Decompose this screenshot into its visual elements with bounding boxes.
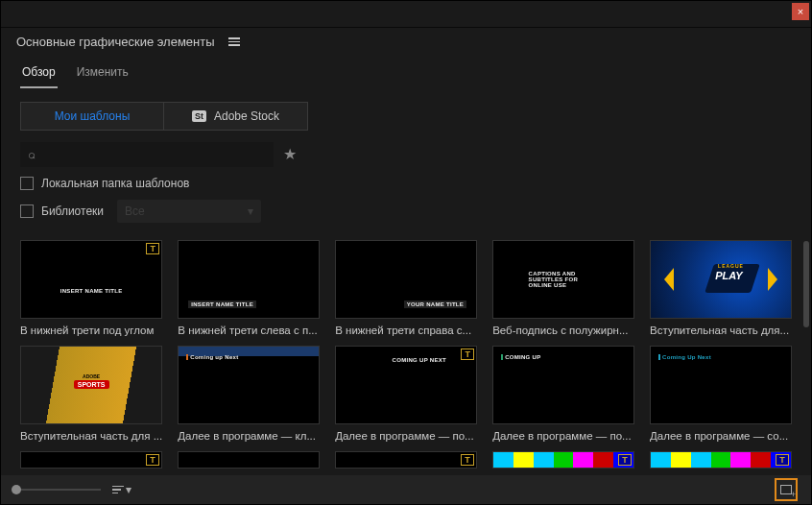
thumbnail: Coming up Next: [178, 346, 320, 424]
mogrt-badge-icon: T: [461, 349, 474, 360]
thumb-text: CAPTIONS AND SUBTITLES FOR ONLINE USE: [529, 271, 599, 288]
tabs: Обзор Изменить: [1, 56, 811, 88]
template-item[interactable]: T: [20, 451, 162, 469]
thumbnail: YOUR NAME TITLE: [335, 240, 477, 319]
panel-title: Основные графические элементы: [16, 35, 215, 49]
zoom-slider[interactable]: [14, 489, 101, 491]
thumb-text: COMING UP NEXT: [393, 357, 446, 363]
scrollbar[interactable]: [803, 241, 809, 327]
source-my-templates[interactable]: Мои шаблоны: [20, 102, 164, 131]
mogrt-badge-icon: T: [776, 454, 789, 466]
thumb-text: Coming up Next: [186, 354, 240, 360]
close-button[interactable]: ×: [792, 3, 809, 20]
thumb-text: COMING UP: [501, 354, 542, 360]
thumbnail: T INSERT NAME TITLE: [20, 240, 162, 319]
favorite-filter-icon[interactable]: ★: [283, 145, 297, 163]
template-item[interactable]: YOUR NAME TITLE В нижней трети справа с.…: [335, 240, 477, 336]
tab-edit[interactable]: Изменить: [75, 61, 131, 88]
template-item[interactable]: INSERT NAME TITLE В нижней трети слева с…: [178, 240, 320, 336]
thumb-text: YOUR NAME TITLE: [404, 301, 467, 308]
thumb-graphic: LEAGUE PLAY: [651, 241, 791, 318]
thumbnail: COMING UP: [492, 346, 634, 424]
checkbox-local-label: Локальная папка шаблонов: [41, 177, 189, 190]
template-item[interactable]: T INSERT NAME TITLE В нижней трети под у…: [20, 240, 162, 336]
source-stock-label: Adobe Stock: [214, 109, 279, 123]
titlebar: ×: [1, 1, 811, 28]
template-item[interactable]: Coming Up Next Далее в программе — со...: [650, 346, 792, 442]
template-caption: В нижней трети слева с п...: [178, 325, 320, 336]
chevron-down-icon: ▾: [248, 204, 253, 218]
template-caption: В нижней трети справа с...: [335, 325, 477, 336]
template-caption: В нижней трети под углом: [20, 325, 162, 336]
mogrt-badge-icon: T: [146, 243, 159, 254]
template-item[interactable]: T: [335, 451, 477, 469]
panel-header: Основные графические элементы: [1, 28, 811, 56]
sort-icon: [112, 486, 124, 494]
source-row: Мои шаблоны St Adobe Stock: [1, 88, 811, 131]
thumb-graphic: ADOBE SPORTS: [21, 347, 161, 423]
template-caption: Вступительная часть для...: [650, 325, 792, 336]
new-item-icon: [780, 485, 792, 494]
filter-local-row: Локальная папка шаблонов: [1, 167, 811, 190]
source-adobe-stock[interactable]: St Adobe Stock: [164, 102, 308, 131]
checkbox-libraries[interactable]: Библиотеки: [20, 204, 104, 218]
thumbnail: INSERT NAME TITLE: [178, 240, 320, 319]
template-caption: Далее в программе — по...: [335, 430, 477, 442]
template-item[interactable]: T ADOBE SPORTS Вступительная часть для .…: [20, 346, 162, 442]
thumb-graphic: [651, 452, 791, 468]
libraries-select: Все ▾: [117, 200, 261, 223]
template-caption: Вступительная часть для ...: [20, 430, 162, 442]
search-row: ⌕ ★: [1, 131, 811, 167]
template-item[interactable]: T: [650, 451, 792, 469]
mogrt-badge-icon: T: [461, 454, 474, 466]
thumb-text: INSERT NAME TITLE: [188, 301, 256, 308]
thumbnail: T COMING UP NEXT: [335, 346, 477, 424]
footer: ▾: [1, 475, 811, 504]
panel-menu-icon[interactable]: [225, 34, 244, 50]
checkbox-icon: [20, 204, 34, 218]
template-item[interactable]: COMING UP Далее в программе — по...: [492, 346, 634, 442]
thumbnail: Coming Up Next: [650, 346, 792, 424]
filter-libs-row: Библиотеки Все ▾: [1, 190, 811, 223]
thumb-text: Coming Up Next: [658, 354, 713, 360]
checkbox-icon: [20, 177, 34, 190]
template-item[interactable]: CAPTIONS AND SUBTITLES FOR ONLINE USE Ве…: [492, 240, 634, 336]
new-item-button[interactable]: [775, 478, 798, 501]
mogrt-badge-icon: T: [618, 454, 632, 466]
search-input[interactable]: ⌕: [20, 142, 274, 167]
template-caption: Далее в программе — кл...: [178, 430, 320, 442]
template-grid: T INSERT NAME TITLE В нижней трети под у…: [1, 223, 811, 506]
template-item[interactable]: T COMING UP NEXT Далее в программе — по.…: [335, 346, 477, 442]
libraries-select-value: Все: [125, 204, 145, 218]
thumb-text: INSERT NAME TITLE: [60, 288, 123, 294]
chevron-down-icon: ▾: [126, 483, 131, 496]
thumbnail: T LEAGUE PLAY: [650, 240, 792, 319]
thumbnail: CAPTIONS AND SUBTITLES FOR ONLINE USE: [492, 240, 634, 319]
checkbox-libs-label: Библиотеки: [41, 204, 104, 218]
template-item[interactable]: [178, 451, 320, 469]
template-caption: Веб-подпись с полужирн...: [492, 325, 634, 336]
template-caption: Далее в программе — со...: [650, 430, 792, 442]
template-item[interactable]: T LEAGUE PLAY Вступительная часть для...: [650, 240, 792, 336]
checkbox-local-folder[interactable]: Локальная папка шаблонов: [20, 177, 189, 190]
stock-badge-icon: St: [192, 110, 206, 122]
sort-button[interactable]: ▾: [112, 483, 131, 496]
thumbnail: T ADOBE SPORTS: [20, 346, 162, 424]
tab-overview[interactable]: Обзор: [20, 61, 58, 88]
thumb-graphic: [493, 452, 633, 468]
template-item[interactable]: T: [492, 451, 634, 469]
search-icon: ⌕: [28, 147, 36, 161]
template-item[interactable]: Coming up Next Далее в программе — кл...: [178, 346, 320, 442]
mogrt-badge-icon: T: [146, 454, 159, 466]
template-caption: Далее в программе — по...: [492, 430, 634, 442]
